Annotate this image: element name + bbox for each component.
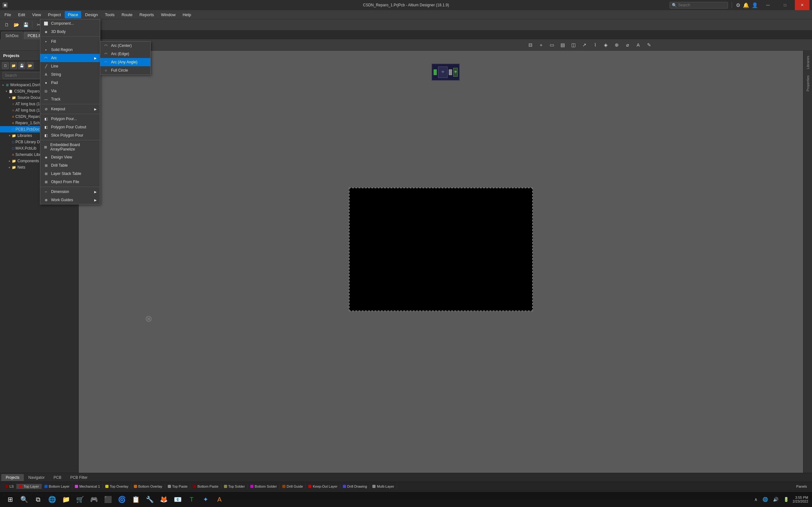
user-icon[interactable]: 👤 xyxy=(752,2,758,8)
menu-keepout[interactable]: ⊘ Keepout ▶ xyxy=(40,105,100,113)
tb2-rect[interactable]: ▭ xyxy=(548,41,556,49)
panel-open-folder-icon[interactable]: 📁 xyxy=(10,62,17,69)
layer-ls[interactable]: LS xyxy=(3,484,16,489)
layer-drill-guide[interactable]: Drill Guide xyxy=(280,484,306,489)
menu-string[interactable]: A String xyxy=(40,70,100,78)
layer-drill-drawing[interactable]: Drill Drawing xyxy=(340,484,370,489)
libraries-panel-button[interactable]: Libraries xyxy=(805,53,811,72)
tb2-add[interactable]: + xyxy=(537,41,546,49)
minimize-button[interactable]: — xyxy=(761,0,775,10)
layer-bottom-paste[interactable]: Bottom Paste xyxy=(190,484,221,489)
global-search-box[interactable]: 🔍 xyxy=(670,2,728,9)
tb-save[interactable]: 💾 xyxy=(21,20,30,29)
layer-top-overlay[interactable]: Top Overlay xyxy=(103,484,131,489)
menu-view[interactable]: View xyxy=(29,11,44,18)
tb2-conn[interactable]: ⌀ xyxy=(623,41,632,49)
menu-line[interactable]: ╱ Line xyxy=(40,62,100,70)
menu-drill-table[interactable]: ⊞ Drill Table xyxy=(40,161,100,170)
tb2-wire[interactable]: ↗ xyxy=(580,41,589,49)
menu-embedded-board[interactable]: ⊞ Embedded Board Array/Panelize xyxy=(40,141,100,153)
tb-open[interactable]: 📂 xyxy=(12,20,20,29)
layer-mechanical[interactable]: Mechanical 1 xyxy=(72,484,103,489)
battery-icon[interactable]: 🔋 xyxy=(782,496,790,503)
tb2-filter[interactable]: ⊟ xyxy=(526,41,535,49)
menu-layer-stack-table[interactable]: ⊞ Layer Stack Table xyxy=(40,170,100,178)
canvas-area[interactable]: 中 半 ⊗ xyxy=(79,51,803,473)
menu-polygon-pour[interactable]: ◧ Polygon Pour... xyxy=(40,115,100,123)
network-icon[interactable]: 🌐 xyxy=(761,496,769,503)
app4-button[interactable]: T xyxy=(185,493,198,506)
clock-display[interactable]: 3:55 PM 2/23/2022 xyxy=(793,496,808,503)
tb-new[interactable]: 🗋 xyxy=(3,20,11,29)
menu-via[interactable]: ◎ Via xyxy=(40,87,100,95)
tb2-text[interactable]: A xyxy=(634,41,643,49)
app5-button[interactable]: ✦ xyxy=(199,493,212,506)
tb2-pen[interactable]: ✎ xyxy=(645,41,653,49)
layer-bottom[interactable]: Bottom Layer xyxy=(42,484,72,489)
bottom-tab-projects[interactable]: Projects xyxy=(1,474,24,481)
properties-panel-button[interactable]: Properties xyxy=(805,73,811,94)
bottom-tab-navigator[interactable]: Navigator xyxy=(24,474,49,481)
arc-center[interactable]: ◠ Arc (Center) xyxy=(100,42,150,50)
bottom-tab-pcb-filter[interactable]: PCB Filter xyxy=(66,474,92,481)
tb2-pad[interactable]: ⊕ xyxy=(612,41,621,49)
xbox-button[interactable]: 🎮 xyxy=(88,493,100,506)
close-button[interactable]: ✕ xyxy=(795,0,809,10)
layer-top-paste[interactable]: Top Paste xyxy=(165,484,191,489)
menu-component[interactable]: ⬜ Component... xyxy=(40,19,100,27)
menu-place[interactable]: Place xyxy=(65,11,82,18)
bottom-tab-pcb[interactable]: PCB xyxy=(49,474,66,481)
tab-schematic[interactable]: SchDoc xyxy=(1,32,23,39)
clipboard-button[interactable]: 📋 xyxy=(130,493,142,506)
panel-new-icon[interactable]: 🗋 xyxy=(2,62,9,69)
layer-keepout[interactable]: Keep-Out Layer xyxy=(306,484,340,489)
menu-3dbody[interactable]: ◈ 3D Body xyxy=(40,27,100,36)
panels-button[interactable]: Panels xyxy=(794,484,809,489)
chrome-button[interactable]: 🌀 xyxy=(115,493,128,506)
tb2-chart[interactable]: ▤ xyxy=(558,41,567,49)
tb2-marker[interactable]: ◈ xyxy=(601,41,610,49)
menu-tools[interactable]: Tools xyxy=(102,11,118,18)
pcb-board[interactable] xyxy=(349,187,533,311)
arc-edge[interactable]: ◠ Arc (Edge) xyxy=(100,50,150,58)
menu-slice-polygon[interactable]: ◧ Slice Polygon Pour xyxy=(40,131,100,139)
arc-full-circle[interactable]: ○ Full Circle xyxy=(100,66,150,74)
menu-arc[interactable]: ◠ Arc ▶ xyxy=(40,54,100,62)
start-button[interactable]: ⊞ xyxy=(4,493,16,506)
menu-track[interactable]: — Track xyxy=(40,95,100,103)
panel-save-icon[interactable]: 💾 xyxy=(18,62,26,69)
menu-help[interactable]: Help xyxy=(180,11,194,18)
bell-icon[interactable]: 🔔 xyxy=(743,2,749,8)
app3-button[interactable]: 📧 xyxy=(171,493,184,506)
app1-button[interactable]: 🔧 xyxy=(143,493,156,506)
tb2-route[interactable]: ⌇ xyxy=(591,41,600,49)
layer-bottom-overlay[interactable]: Bottom Overlay xyxy=(131,484,165,489)
app2-button[interactable]: 🦊 xyxy=(157,493,170,506)
chevron-up-icon[interactable]: ∧ xyxy=(753,496,759,503)
menu-design-view[interactable]: ◈ Design View xyxy=(40,153,100,161)
search-taskbar-button[interactable]: 🔍 xyxy=(18,493,31,506)
menu-fill[interactable]: ▪ Fill xyxy=(40,38,100,46)
layer-top-solder[interactable]: Top Solder xyxy=(221,484,248,489)
menu-design[interactable]: Design xyxy=(82,11,101,18)
terminal-button[interactable]: ⬛ xyxy=(101,493,114,506)
menu-reports[interactable]: Reports xyxy=(136,11,157,18)
menu-solid-region[interactable]: ▪ Solid Region xyxy=(40,46,100,54)
volume-icon[interactable]: 🔊 xyxy=(772,496,780,503)
menu-file[interactable]: File xyxy=(1,11,14,18)
settings-icon[interactable]: ⚙ xyxy=(736,2,740,8)
taskview-button[interactable]: ⧉ xyxy=(32,493,44,506)
menu-pad[interactable]: ● Pad xyxy=(40,78,100,87)
explorer-button[interactable]: 📁 xyxy=(60,493,72,506)
menu-object-from-file[interactable]: ⊞ Object From File xyxy=(40,178,100,186)
menu-window[interactable]: Window xyxy=(158,11,179,18)
menu-dimension[interactable]: ↔ Dimension ▶ xyxy=(40,187,100,196)
menu-edit[interactable]: Edit xyxy=(15,11,28,18)
store-button[interactable]: 🛒 xyxy=(73,493,86,506)
menu-project[interactable]: Project xyxy=(45,11,64,18)
altium-button[interactable]: A xyxy=(213,493,226,506)
edge-button[interactable]: 🌐 xyxy=(46,493,58,506)
menu-route[interactable]: Route xyxy=(118,11,136,18)
layer-multi[interactable]: Multi-Layer xyxy=(370,484,397,489)
menu-polygon-cutout[interactable]: ◧ Polygon Pour Cutout xyxy=(40,123,100,131)
